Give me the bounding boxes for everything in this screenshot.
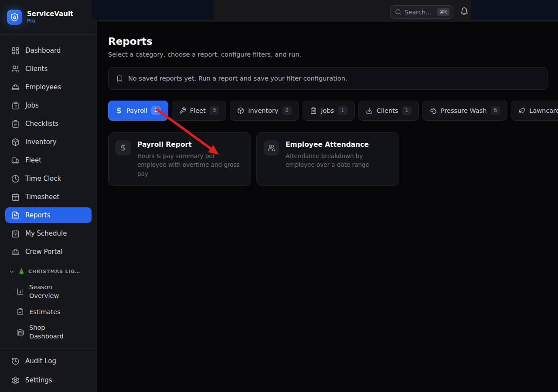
tab-label: Lawncare xyxy=(529,107,558,114)
tab-label: Clients xyxy=(377,107,398,114)
calendar-icon xyxy=(11,230,20,238)
tab-inventory[interactable]: Inventory 2 xyxy=(230,101,299,121)
gear-icon xyxy=(11,376,20,385)
sidebar-item-label: Fleet xyxy=(25,156,41,164)
sidebar-item-label: Reports xyxy=(25,211,51,219)
chart-column-icon xyxy=(17,288,24,295)
sidebar-item-estimates[interactable]: Estimates xyxy=(5,304,92,320)
sidebar-item-inventory[interactable]: Inventory xyxy=(5,134,92,150)
sidebar-item-label: Clients xyxy=(25,65,48,73)
clock-icon xyxy=(11,175,20,183)
section-label: CHRISTMAS LIG… xyxy=(28,269,80,274)
tab-label: Payroll xyxy=(126,107,147,114)
sidebar-item-label: Timesheet xyxy=(25,193,59,201)
tab-count-badge: 2 xyxy=(282,106,292,115)
sidebar: ServiceVault Pro Dashboard Clients Emplo… xyxy=(0,0,97,392)
tab-label: Inventory xyxy=(248,107,278,114)
brand[interactable]: ServiceVault Pro xyxy=(0,0,97,35)
truck-icon xyxy=(11,156,20,165)
sidebar-item-label: Shop Dashboard xyxy=(29,323,78,341)
wrench-icon xyxy=(179,107,186,114)
sidebar-section-christmas-lights: 🎄 CHRISTMAS LIG… Season Overview Estimat… xyxy=(5,268,92,344)
page-subtitle: Select a category, choose a report, conf… xyxy=(108,51,548,58)
clipboard-check-icon xyxy=(11,120,20,128)
banner-text: No saved reports yet. Run a report and s… xyxy=(128,75,347,82)
dashboard-icon xyxy=(11,47,20,55)
warehouse-icon xyxy=(17,328,24,336)
sidebar-item-checklists[interactable]: Checklists xyxy=(5,116,92,132)
report-card-payroll-report[interactable]: Payroll Report Hours & pay summary per e… xyxy=(108,132,251,186)
tab-label: Jobs xyxy=(321,107,334,114)
package-icon xyxy=(237,107,244,114)
search-input[interactable] xyxy=(405,9,434,16)
search-box[interactable]: ⌘K xyxy=(390,5,453,19)
clipboard-list-icon xyxy=(310,107,317,114)
shield-lock-logo-icon xyxy=(7,10,22,25)
sidebar-item-label: Checklists xyxy=(25,120,58,128)
report-cards: Payroll Report Hours & pay summary per e… xyxy=(108,132,548,186)
brand-name: ServiceVault xyxy=(27,10,73,18)
sidebar-item-my-schedule[interactable]: My Schedule xyxy=(5,226,92,241)
brand-tier: Pro xyxy=(27,18,73,24)
report-card-employee-attendance[interactable]: Employee Attendance Attendance breakdown… xyxy=(256,132,399,186)
file-text-icon xyxy=(11,211,20,220)
sidebar-item-audit-log[interactable]: Audit Log xyxy=(5,353,92,369)
tab-count-badge: 1 xyxy=(402,106,412,115)
users-icon xyxy=(11,65,20,73)
sidebar-item-label: Dashboard xyxy=(25,47,61,54)
report-card-title: Payroll Report xyxy=(137,140,242,149)
sidebar-item-timesheet[interactable]: Timesheet xyxy=(5,189,92,205)
sidebar-item-label: Estimates xyxy=(29,308,61,316)
sidebar-footer: Audit Log Settings xyxy=(0,349,97,392)
sidebar-item-label: My Schedule xyxy=(25,230,67,237)
sidebar-item-crew-portal[interactable]: Crew Portal xyxy=(5,244,92,260)
sidebar-item-settings[interactable]: Settings xyxy=(5,372,92,388)
report-card-description: Hours & pay summary per employee with ov… xyxy=(137,152,242,178)
sidebar-nav: Dashboard Clients Employees Jobs Checkli… xyxy=(0,35,97,344)
category-tabs: Payroll 2 Fleet 3 Inventory 2 Jobs 1 Cli… xyxy=(108,101,548,121)
sidebar-item-label: Season Overview xyxy=(29,283,78,301)
hardhat-icon xyxy=(11,83,20,91)
tab-count-badge: 2 xyxy=(151,106,161,115)
dollar-icon xyxy=(116,107,122,114)
history-icon xyxy=(11,357,20,365)
report-card-description: Attendance breakdown by employee over a … xyxy=(286,152,390,169)
sidebar-item-time-clock[interactable]: Time Clock xyxy=(5,171,92,186)
sidebar-item-employees[interactable]: Employees xyxy=(5,79,92,95)
tab-clients[interactable]: Clients 1 xyxy=(358,101,419,121)
tab-pressure-wash[interactable]: Pressure Wash 6 xyxy=(422,101,507,121)
tab-label: Pressure Wash xyxy=(441,107,487,114)
tab-payroll[interactable]: Payroll 2 xyxy=(108,101,168,121)
tab-fleet[interactable]: Fleet 3 xyxy=(172,101,227,121)
droplets-icon xyxy=(430,107,437,114)
saved-reports-banner: No saved reports yet. Run a report and s… xyxy=(108,67,548,90)
christmas-tree-icon: 🎄 xyxy=(18,268,25,275)
sidebar-item-reports[interactable]: Reports xyxy=(5,207,92,223)
sidebar-item-shop-dashboard[interactable]: Shop Dashboard xyxy=(5,320,92,345)
sidebar-item-fleet[interactable]: Fleet xyxy=(5,152,92,168)
tab-jobs[interactable]: Jobs 1 xyxy=(303,101,355,121)
package-icon xyxy=(11,138,20,146)
bell-icon[interactable] xyxy=(460,7,469,16)
hardhat-icon xyxy=(11,248,20,256)
tab-lawncare[interactable]: Lawncare 8 xyxy=(511,101,558,121)
sidebar-item-label: Settings xyxy=(25,376,52,384)
sidebar-item-label: Crew Portal xyxy=(25,248,63,256)
sidebar-item-clients[interactable]: Clients xyxy=(5,61,92,77)
sidebar-item-label: Time Clock xyxy=(25,175,61,182)
sidebar-item-jobs[interactable]: Jobs xyxy=(5,98,92,113)
clipboard-check-icon xyxy=(17,308,24,315)
tab-count-badge: 6 xyxy=(491,106,500,115)
clipboard-list-icon xyxy=(11,101,20,110)
sidebar-item-label: Inventory xyxy=(25,138,57,146)
section-header-christmas-lights[interactable]: 🎄 CHRISTMAS LIG… xyxy=(5,268,92,275)
search-icon xyxy=(395,9,401,15)
main-content: Reports Select a category, choose a repo… xyxy=(98,23,558,392)
sidebar-item-season-overview[interactable]: Season Overview xyxy=(5,279,92,304)
sidebar-item-dashboard[interactable]: Dashboard xyxy=(5,43,92,58)
report-card-title: Employee Attendance xyxy=(286,140,390,149)
tab-label: Fleet xyxy=(190,107,206,114)
sidebar-item-label: Jobs xyxy=(25,101,39,109)
sidebar-item-label: Employees xyxy=(25,83,61,91)
dollar-icon xyxy=(116,140,131,155)
